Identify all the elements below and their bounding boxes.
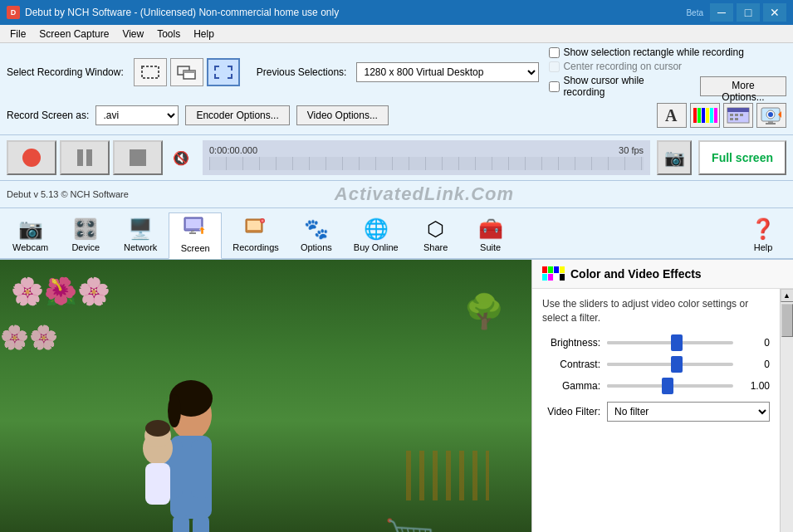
center-cursor-label: Center recording on cursor bbox=[563, 61, 682, 72]
brightness-value: 0 bbox=[740, 337, 770, 349]
nav-suite[interactable]: 🧰 Suite bbox=[464, 213, 517, 258]
help-nav-icon: ❓ bbox=[751, 217, 776, 241]
region-select-btn[interactable] bbox=[134, 58, 167, 86]
menu-bar: File Screen Capture View Tools Help bbox=[0, 25, 793, 43]
scrollbar-thumb[interactable] bbox=[781, 304, 793, 337]
recording-controls: 🔇 0:00:00.000 30 fps 📷 Full screen bbox=[0, 135, 793, 181]
version-text: Debut v 5.13 © NCH Software bbox=[7, 189, 129, 199]
webcam-overlay-btn[interactable] bbox=[756, 103, 786, 128]
window-icon bbox=[177, 64, 197, 81]
main-area: 🌸🌺🌸 🌸🌸 🌳 bbox=[0, 260, 793, 532]
close-button[interactable]: ✕ bbox=[763, 3, 786, 22]
prev-sel-label: Previous Selections: bbox=[257, 66, 347, 78]
nav-options[interactable]: 🐾 Options bbox=[290, 213, 343, 258]
contrast-label: Contrast: bbox=[542, 359, 600, 370]
menu-tools[interactable]: Tools bbox=[150, 27, 187, 41]
svg-rect-26 bbox=[186, 219, 201, 228]
color-effects-btn[interactable] bbox=[690, 103, 720, 128]
fullscreen-icon bbox=[213, 65, 233, 80]
fps-display: 30 fps bbox=[619, 145, 644, 155]
format-dropdown[interactable]: .avi.mp4.mov.wmv bbox=[95, 105, 179, 125]
filter-dropdown[interactable]: No filter Greyscale Sepia Invert bbox=[607, 402, 770, 422]
contrast-thumb[interactable] bbox=[671, 356, 683, 373]
nav-network[interactable]: 🖥️ Network bbox=[114, 213, 167, 258]
show-cursor-checkbox[interactable] bbox=[549, 81, 560, 92]
svg-rect-3 bbox=[184, 71, 195, 73]
maximize-button[interactable]: □ bbox=[737, 3, 760, 22]
nav-bar: 📷 Webcam 🎛️ Device 🖥️ Network Screen bbox=[0, 208, 793, 260]
network-nav-icon: 🖥️ bbox=[128, 217, 153, 241]
nav-network-label: Network bbox=[124, 242, 157, 252]
gamma-row: Gamma: 1.00 bbox=[542, 380, 770, 392]
share-nav-icon: ⬡ bbox=[427, 217, 444, 241]
show-cursor-row: Show cursor while recording More Options… bbox=[549, 75, 786, 98]
record-button[interactable] bbox=[7, 140, 56, 175]
svg-rect-5 bbox=[693, 108, 697, 123]
more-options-btn[interactable]: More Options... bbox=[700, 76, 786, 96]
svg-rect-46 bbox=[542, 266, 547, 273]
fence-decoration bbox=[406, 451, 489, 500]
nav-share[interactable]: ⬡ Share bbox=[409, 213, 463, 258]
filter-row: Video Filter: No filter Greyscale Sepia … bbox=[542, 402, 770, 422]
nav-webcam[interactable]: 📷 Webcam bbox=[3, 213, 57, 258]
timestamp-icon bbox=[727, 107, 750, 124]
show-selection-checkbox[interactable] bbox=[549, 47, 560, 58]
svg-rect-31 bbox=[247, 221, 261, 230]
nav-help[interactable]: ❓ Help bbox=[737, 213, 790, 258]
brightness-thumb[interactable] bbox=[671, 334, 683, 351]
timestamp-btn[interactable] bbox=[723, 103, 753, 128]
full-screen-button[interactable]: Full screen bbox=[698, 140, 786, 175]
svg-rect-47 bbox=[548, 266, 553, 273]
menu-help[interactable]: Help bbox=[187, 27, 221, 41]
menu-screen-capture[interactable]: Screen Capture bbox=[32, 27, 115, 41]
gamma-thumb[interactable] bbox=[662, 378, 673, 394]
title-bar: D Debut by NCH Software - (Unlicensed) N… bbox=[0, 0, 793, 25]
nav-recordings[interactable]: Recordings bbox=[223, 212, 288, 258]
menu-view[interactable]: View bbox=[115, 27, 150, 41]
nav-options-label: Options bbox=[301, 242, 332, 252]
fullscreen-select-btn[interactable] bbox=[207, 58, 240, 86]
contrast-track[interactable] bbox=[607, 363, 733, 366]
center-cursor-checkbox bbox=[549, 61, 560, 72]
svg-rect-38 bbox=[173, 515, 189, 532]
menu-file[interactable]: File bbox=[3, 27, 32, 41]
nav-device[interactable]: 🎛️ Device bbox=[59, 213, 112, 258]
panel-description: Use the sliders to adjust video color se… bbox=[542, 297, 770, 325]
stroller-decoration: 🛒 bbox=[384, 517, 436, 532]
minimize-button[interactable]: ─ bbox=[710, 3, 733, 22]
svg-rect-48 bbox=[554, 266, 559, 273]
pause-button[interactable] bbox=[60, 140, 110, 175]
stop-button[interactable] bbox=[113, 140, 163, 175]
text-overlay-btn[interactable]: A bbox=[657, 103, 687, 128]
encoder-options-btn[interactable]: Encoder Options... bbox=[185, 105, 289, 125]
scroll-up-btn[interactable]: ▲ bbox=[781, 289, 794, 302]
contrast-row: Contrast: 0 bbox=[542, 359, 770, 370]
watermark-text: ActivatedLink.Com bbox=[335, 183, 514, 205]
webcam-nav-icon: 📷 bbox=[18, 217, 43, 241]
toolbar-row2: Record Screen as: .avi.mp4.mov.wmv Encod… bbox=[7, 103, 786, 128]
toolbar-row1: Select Recording Window: bbox=[7, 46, 786, 98]
region-icon bbox=[140, 65, 160, 80]
prev-sel-dropdown[interactable]: 1280 x 800 Virtual Desktop bbox=[356, 62, 539, 82]
pause-icon bbox=[77, 149, 92, 166]
svg-rect-10 bbox=[714, 108, 717, 123]
window-select-btn[interactable] bbox=[170, 58, 203, 86]
right-panel: Color and Video Effects Use the sliders … bbox=[531, 260, 793, 532]
text-icon: A bbox=[663, 106, 680, 124]
svg-point-45 bbox=[145, 420, 170, 437]
svg-rect-8 bbox=[706, 108, 709, 123]
show-selection-row: Show selection rectangle while recording bbox=[549, 46, 786, 58]
screenshot-button[interactable]: 📷 bbox=[657, 140, 692, 175]
nav-screen[interactable]: Screen bbox=[169, 212, 222, 259]
svg-rect-49 bbox=[560, 266, 565, 273]
nav-buy-online[interactable]: 🌐 Buy Online bbox=[345, 213, 408, 258]
timeline-ruler[interactable] bbox=[209, 157, 644, 170]
svg-rect-17 bbox=[735, 118, 738, 120]
gamma-track[interactable] bbox=[607, 384, 733, 388]
suite-nav-icon: 🧰 bbox=[478, 217, 503, 241]
gamma-label: Gamma: bbox=[542, 380, 600, 392]
screen-nav-icon bbox=[184, 217, 207, 242]
brightness-track[interactable] bbox=[607, 341, 733, 344]
video-options-btn[interactable]: Video Options... bbox=[296, 105, 389, 125]
svg-point-33 bbox=[262, 220, 264, 222]
